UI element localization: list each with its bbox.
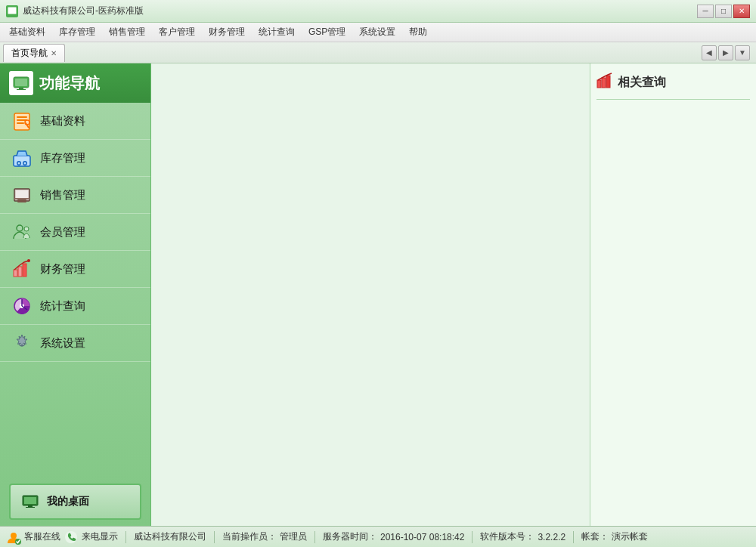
statistics-icon (11, 295, 33, 317)
version-value: 3.2.2.2 (538, 532, 565, 542)
operator-value: 管理员 (280, 530, 307, 543)
desktop-label: 我的桌面 (47, 495, 89, 508)
version-label: 软件版本号： (480, 530, 534, 543)
svg-rect-12 (14, 156, 30, 166)
related-query-icon (596, 73, 613, 93)
separator-4 (472, 531, 472, 543)
system-label: 系统设置 (40, 336, 85, 351)
svg-rect-5 (19, 88, 23, 89)
svg-point-16 (24, 162, 26, 165)
window-title: 威达科技有限公司-医药标准版 (23, 5, 144, 17)
desktop-button[interactable]: 我的桌面 (9, 484, 141, 520)
sidebar-item-member[interactable]: 会员管理 (0, 214, 150, 251)
company-name: 威达科技有限公司 (134, 530, 206, 543)
inventory-icon (11, 147, 33, 168)
svg-point-39 (11, 533, 17, 539)
content-area: 相关查询 (151, 63, 756, 526)
svg-rect-0 (8, 7, 17, 14)
menu-finance[interactable]: 财务管理 (203, 24, 251, 40)
svg-rect-4 (15, 79, 27, 86)
svg-point-22 (24, 227, 29, 231)
finance-icon (11, 258, 33, 280)
svg-rect-1 (11, 14, 14, 16)
tab-list: 首页导航 ✕ (3, 44, 65, 62)
svg-rect-18 (16, 190, 28, 198)
svg-rect-24 (18, 267, 22, 277)
member-label: 会员管理 (40, 225, 85, 240)
minimize-button[interactable]: ─ (697, 5, 714, 18)
server-time-label: 服务器时间： (323, 530, 377, 543)
tab-dropdown-button[interactable]: ▼ (735, 45, 750, 60)
sidebar-item-finance[interactable]: 财务管理 (0, 251, 150, 288)
separator-1 (125, 531, 126, 543)
svg-rect-23 (14, 270, 17, 277)
finance-label: 财务管理 (40, 262, 85, 277)
basic-data-icon (11, 110, 33, 131)
menu-bar: 基础资料 库存管理 销售管理 客户管理 财务管理 统计查询 GSP管理 系统设置… (0, 23, 756, 42)
svg-point-15 (18, 162, 20, 165)
member-icon (11, 221, 33, 243)
sidebar-item-statistics[interactable]: 统计查询 (0, 288, 150, 325)
sidebar-header-icon (9, 71, 33, 95)
system-icon (11, 332, 33, 354)
svg-rect-6 (17, 89, 26, 90)
svg-rect-37 (602, 78, 606, 88)
svg-rect-36 (597, 80, 601, 88)
svg-point-21 (17, 225, 23, 231)
svg-rect-10 (17, 122, 24, 124)
sidebar-title: 功能导航 (39, 73, 100, 94)
related-query-header: 相关查询 (596, 70, 750, 100)
svg-rect-34 (28, 505, 33, 507)
call-icon (64, 530, 79, 545)
menu-statistics[interactable]: 统计查询 (253, 24, 301, 40)
sidebar-item-inventory[interactable]: 库存管理 (0, 140, 150, 177)
sales-icon (11, 184, 33, 206)
svg-point-41 (65, 531, 77, 543)
tab-forward-button[interactable]: ▶ (718, 45, 733, 60)
menu-gsp[interactable]: GSP管理 (302, 24, 352, 40)
svg-rect-25 (23, 264, 26, 277)
basic-data-label: 基础资料 (40, 114, 85, 128)
svg-rect-8 (17, 116, 27, 118)
menu-system[interactable]: 系统设置 (353, 24, 401, 40)
svg-rect-35 (26, 507, 35, 508)
tab-back-button[interactable]: ◀ (702, 45, 717, 60)
server-time-value: 2016-10-07 08:18:42 (380, 532, 464, 542)
title-bar: 威达科技有限公司-医药标准版 ─ □ ✕ (0, 0, 756, 23)
svg-point-26 (27, 259, 30, 262)
sidebar: 功能导航 基础资料 (0, 63, 151, 526)
sidebar-item-system[interactable]: 系统设置 (0, 325, 150, 362)
separator-5 (573, 531, 574, 543)
separator-3 (314, 531, 315, 543)
status-bar: 客服在线 来电显示 威达科技有限公司 当前操作员： 管理员 服务器时间： 201… (0, 526, 756, 547)
tab-close-icon[interactable]: ✕ (51, 49, 57, 57)
operator-label: 当前操作员： (222, 530, 277, 543)
maximize-button[interactable]: □ (715, 5, 732, 18)
tab-home[interactable]: 首页导航 ✕ (3, 44, 65, 62)
sidebar-item-basic-data[interactable]: 基础资料 (0, 103, 150, 140)
close-button[interactable]: ✕ (733, 5, 750, 18)
menu-sales[interactable]: 销售管理 (103, 24, 151, 40)
tab-bar: 首页导航 ✕ ◀ ▶ ▼ (0, 42, 756, 63)
account-value: 演示帐套 (612, 530, 648, 543)
app-icon (6, 5, 18, 17)
statistics-label: 统计查询 (40, 299, 85, 314)
menu-basic-data[interactable]: 基础资料 (3, 24, 51, 40)
online-icon (6, 530, 21, 545)
menu-customer[interactable]: 客户管理 (153, 24, 201, 40)
right-panel: 相关查询 (590, 63, 756, 526)
related-query-title: 相关查询 (618, 75, 666, 91)
tab-navigation: ◀ ▶ ▼ (702, 45, 753, 60)
menu-help[interactable]: 帮助 (403, 24, 433, 40)
svg-rect-38 (606, 76, 610, 88)
sidebar-item-sales[interactable]: 销售管理 (0, 177, 150, 214)
menu-inventory[interactable]: 库存管理 (53, 24, 101, 40)
svg-rect-2 (9, 16, 15, 17)
sales-label: 销售管理 (40, 188, 85, 202)
svg-rect-19 (14, 198, 29, 199)
svg-rect-33 (24, 497, 36, 504)
inventory-label: 库存管理 (40, 151, 85, 165)
tab-home-label: 首页导航 (11, 47, 48, 60)
separator-2 (214, 531, 215, 543)
svg-rect-7 (14, 113, 29, 130)
